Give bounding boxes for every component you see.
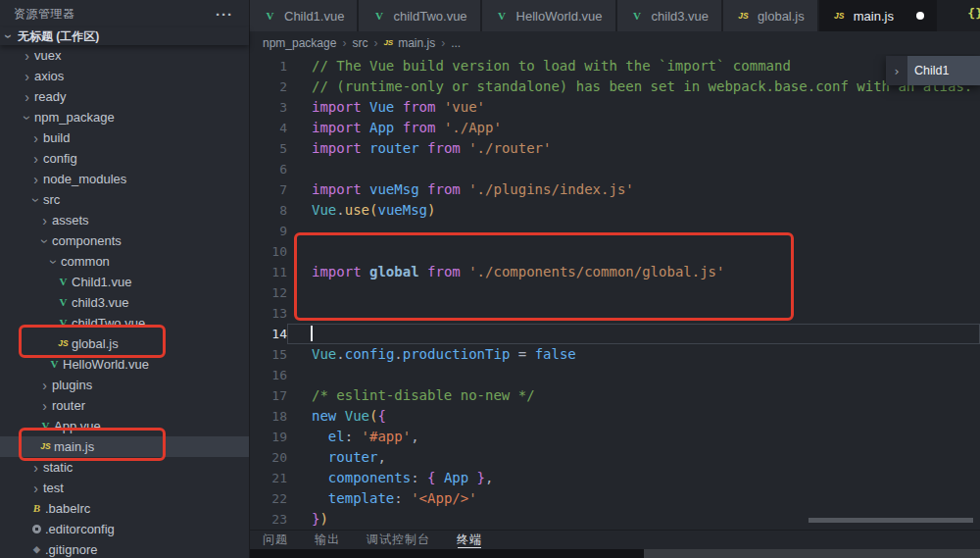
tree-item-.babelrc[interactable]: B.babelrc — [0, 498, 249, 519]
tree-item-.gitignore[interactable]: ◆.gitignore — [0, 539, 249, 558]
tree-item-ready[interactable]: ›ready — [0, 86, 249, 107]
code-editor[interactable]: 1// The Vue build version to load with t… — [250, 54, 980, 530]
code-line-3[interactable]: 3import Vue from 'vue' — [250, 97, 980, 118]
code-token: { — [377, 408, 385, 424]
code-token: from — [419, 264, 469, 279]
code-line-8[interactable]: 8Vue.use(vueMsg) — [250, 200, 980, 221]
code-line-6[interactable]: 6 — [250, 159, 980, 179]
code-line-10[interactable]: 10 — [250, 241, 980, 262]
code-line-19[interactable]: 19 el: '#app', — [250, 427, 980, 447]
tree-item-Child1.vue[interactable]: VChild1.vue — [0, 272, 249, 292]
breadcrumb-item-src[interactable]: src — [352, 36, 368, 50]
tree-item-label: HelloWorld.vue — [63, 357, 149, 372]
tab-label: HelloWorld.vue — [516, 9, 603, 24]
tab-global.js[interactable]: JSglobal.js — [723, 0, 817, 31]
breadcrumb-item-main.js[interactable]: JSmain.js — [383, 36, 435, 50]
code-line-18[interactable]: 18new Vue({ — [250, 406, 980, 427]
tab-childTwo.vue[interactable]: VchildTwo.vue — [359, 0, 479, 31]
code-line-2[interactable]: 2// (runtime-only or standalone) has bee… — [250, 76, 980, 97]
line-number: 14 — [250, 324, 287, 344]
code-line-1[interactable]: 1// The Vue build version to load with t… — [250, 56, 980, 76]
vue-file-icon: V — [263, 6, 277, 26]
code-line-12[interactable]: 12 — [250, 282, 980, 303]
panel-tab-终端[interactable]: 终端 — [457, 531, 482, 549]
line-code: el: '#app', — [287, 427, 980, 447]
code-line-14[interactable]: 14 — [250, 324, 980, 344]
code-line-15[interactable]: 15Vue.config.productionTip = false — [250, 344, 980, 365]
tab-main.js[interactable]: JSmain.js — [819, 0, 937, 31]
tree-item-node_modules[interactable]: ›node_modules — [0, 169, 249, 189]
tree-item-main.js[interactable]: JSmain.js — [0, 436, 249, 457]
code-token: Vue — [312, 202, 336, 218]
chevron-right-icon: › — [28, 482, 43, 495]
tree-item-childTwo.vue[interactable]: VchildTwo.vue — [0, 313, 249, 333]
code-token: use — [345, 202, 369, 218]
breadcrumb-label: src — [352, 36, 368, 50]
overflow-tab-icon[interactable]: {} — [967, 0, 980, 21]
panel-tab-输出[interactable]: 输出 — [315, 531, 340, 549]
code-token: Vue — [345, 408, 369, 424]
line-number: 21 — [250, 468, 287, 488]
line-number: 2 — [250, 76, 287, 97]
code-line-16[interactable]: 16 — [250, 365, 980, 385]
code-line-20[interactable]: 20 router, — [250, 447, 980, 468]
tree-item-assets[interactable]: ›assets — [0, 210, 249, 230]
code-line-4[interactable]: 4import App from './App' — [250, 118, 980, 138]
line-body: components: { App }, — [287, 468, 980, 488]
horizontal-scrollbar[interactable] — [808, 518, 973, 523]
tree-item-HelloWorld.vue[interactable]: VHelloWorld.vue — [0, 354, 249, 375]
terminal-scrollbar[interactable] — [644, 549, 980, 558]
tree-item-vuex[interactable]: ›vuex — [0, 45, 249, 66]
code-line-17[interactable]: 17/* eslint-disable no-new */ — [250, 385, 980, 406]
tab-child3.vue[interactable]: Vchild3.vue — [617, 0, 722, 31]
terminal-strip[interactable]: 3 │ <h2>Essential Links</h2> — [250, 549, 980, 558]
panel-tab-调试控制台[interactable]: 调试控制台 — [367, 531, 430, 549]
tree-item-child3.vue[interactable]: Vchild3.vue — [0, 292, 249, 313]
tree-item-router[interactable]: ›router — [0, 395, 249, 416]
outline-popup-item[interactable]: Child1 — [907, 56, 980, 85]
line-code: import global from './components/common/… — [287, 262, 980, 282]
tree-item-global.js[interactable]: JSglobal.js — [0, 333, 249, 354]
panel-tab-问题[interactable]: 问题 — [263, 531, 288, 549]
code-line-13[interactable]: 13 — [250, 303, 980, 324]
tree-item-.editorconfig[interactable]: .editorconfig — [0, 519, 249, 539]
tree-item-config[interactable]: ›config — [0, 148, 249, 169]
tree-item-label: ready — [34, 89, 67, 104]
code-line-21[interactable]: 21 components: { App }, — [250, 468, 980, 488]
code-line-7[interactable]: 7import vueMsg from './plugins/index.js' — [250, 179, 980, 200]
tree-item-axios[interactable]: ›axios — [0, 66, 249, 86]
more-actions-icon[interactable]: ··· — [216, 6, 233, 23]
code-token: global — [369, 264, 419, 279]
code-token: components — [328, 470, 411, 485]
tree-item-src[interactable]: ›src — [0, 189, 249, 210]
tree-item-plugins[interactable]: ›plugins — [0, 375, 249, 395]
tree-item-App.vue[interactable]: VApp.vue — [0, 416, 249, 436]
tree-item-label: .babelrc — [45, 501, 90, 516]
tree-item-components[interactable]: ›components — [0, 230, 249, 251]
chevron-down-icon: › — [21, 110, 34, 125]
tree-item-build[interactable]: ›build — [0, 127, 249, 148]
line-body — [287, 221, 980, 241]
tree-item-common[interactable]: ›common — [0, 251, 249, 272]
tree-item-label: src — [43, 192, 60, 207]
tab-Child1.vue[interactable]: VChild1.vue — [250, 0, 357, 31]
line-number: 1 — [250, 56, 287, 76]
outline-popup: › Child1 — [886, 56, 980, 85]
breadcrumb-item-npm_package[interactable]: npm_package — [263, 36, 336, 50]
tree-item-test[interactable]: ›test — [0, 478, 249, 498]
line-code: components: { App }, — [287, 468, 980, 488]
tab-HelloWorld.vue[interactable]: VHelloWorld.vue — [482, 0, 615, 31]
chevron-right-icon: › — [37, 379, 52, 392]
tree-item-label: node_modules — [43, 172, 126, 186]
workspace-section-header[interactable]: › 无标题 (工作区) — [0, 27, 249, 45]
code-line-9[interactable]: 9 — [250, 221, 980, 241]
breadcrumb-item-...[interactable]: ... — [451, 36, 461, 50]
modified-dot-icon[interactable] — [916, 12, 924, 20]
tree-item-npm_package[interactable]: ›npm_package — [0, 107, 249, 127]
code-line-22[interactable]: 22 template: '<App/>' — [250, 488, 980, 509]
line-number: 9 — [250, 221, 287, 241]
code-line-11[interactable]: 11import global from './components/commo… — [250, 262, 980, 282]
chevron-right-icon[interactable]: › — [886, 64, 907, 78]
tree-item-static[interactable]: ›static — [0, 457, 249, 478]
code-line-5[interactable]: 5import router from './router' — [250, 138, 980, 159]
